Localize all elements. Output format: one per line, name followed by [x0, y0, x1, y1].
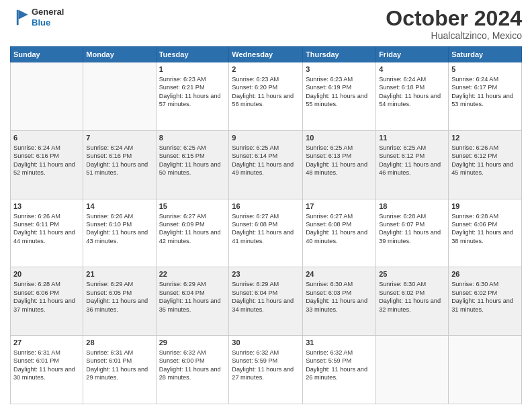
cell-daylight: Daylight: 11 hours and 37 minutes. [13, 298, 75, 312]
cell-daylight: Daylight: 11 hours and 48 minutes. [306, 161, 367, 176]
cell-sunrise: Sunrise: 6:32 AM [232, 349, 279, 356]
cell-daylight: Daylight: 11 hours and 34 minutes. [232, 298, 294, 312]
cell-sunrise: Sunrise: 6:26 AM [13, 213, 60, 220]
cell-day-number: 27 [13, 338, 80, 348]
cell-daylight: Daylight: 11 hours and 46 minutes. [379, 161, 441, 176]
cell-sunrise: Sunrise: 6:23 AM [232, 76, 279, 83]
calendar-cell: 4Sunrise: 6:24 AMSunset: 6:18 PMDaylight… [376, 62, 449, 131]
cell-day-number: 1 [159, 64, 226, 75]
calendar-cell [449, 336, 522, 404]
header-saturday: Saturday [449, 47, 522, 62]
cell-sunrise: Sunrise: 6:25 AM [159, 144, 206, 151]
cell-sunrise: Sunrise: 6:24 AM [86, 144, 133, 151]
cell-day-number: 3 [306, 64, 373, 75]
calendar-cell: 11Sunrise: 6:25 AMSunset: 6:12 PMDayligh… [376, 130, 449, 199]
cell-day-number: 23 [232, 269, 300, 279]
calendar-cell: 22Sunrise: 6:29 AMSunset: 6:04 PMDayligh… [156, 267, 229, 336]
cell-sunrise: Sunrise: 6:29 AM [159, 281, 206, 287]
cell-sunset: Sunset: 6:02 PM [451, 289, 497, 296]
page: General Blue October 2024 Hualcaltzinco,… [0, 0, 532, 411]
calendar-cell: 25Sunrise: 6:30 AMSunset: 6:02 PMDayligh… [376, 267, 449, 336]
logo-text: General Blue [32, 7, 64, 28]
calendar-cell [83, 62, 156, 131]
cell-daylight: Daylight: 11 hours and 42 minutes. [159, 229, 221, 244]
cell-day-number: 4 [379, 64, 445, 75]
cell-sunset: Sunset: 6:15 PM [159, 152, 205, 159]
cell-day-number: 22 [159, 269, 226, 279]
calendar-cell: 20Sunrise: 6:28 AMSunset: 6:06 PMDayligh… [11, 267, 83, 336]
cell-sunset: Sunset: 6:04 PM [232, 289, 277, 296]
title-block: October 2024 Hualcaltzinco, Mexico [386, 7, 522, 41]
cell-daylight: Daylight: 11 hours and 32 minutes. [379, 298, 441, 312]
cell-daylight: Daylight: 11 hours and 29 minutes. [86, 366, 148, 381]
week-row-4: 20Sunrise: 6:28 AMSunset: 6:06 PMDayligh… [11, 267, 522, 336]
cell-sunset: Sunset: 6:11 PM [13, 221, 59, 228]
calendar-cell: 28Sunrise: 6:31 AMSunset: 6:01 PMDayligh… [83, 336, 156, 404]
cell-daylight: Daylight: 11 hours and 55 minutes. [306, 93, 367, 107]
header-tuesday: Tuesday [156, 47, 229, 62]
calendar-cell: 17Sunrise: 6:27 AMSunset: 6:08 PMDayligh… [303, 199, 376, 267]
cell-sunrise: Sunrise: 6:27 AM [306, 213, 353, 220]
cell-day-number: 20 [13, 269, 80, 279]
calendar-cell: 19Sunrise: 6:28 AMSunset: 6:06 PMDayligh… [449, 199, 522, 267]
header: General Blue October 2024 Hualcaltzinco,… [10, 7, 522, 41]
cell-sunset: Sunset: 6:16 PM [13, 152, 59, 159]
calendar-cell: 21Sunrise: 6:29 AMSunset: 6:05 PMDayligh… [83, 267, 156, 336]
cell-sunset: Sunset: 6:16 PM [86, 152, 132, 159]
cell-daylight: Daylight: 11 hours and 41 minutes. [232, 229, 294, 244]
logo-blue-text: Blue [32, 17, 50, 28]
cell-day-number: 16 [232, 201, 300, 212]
cell-daylight: Daylight: 11 hours and 27 minutes. [232, 366, 294, 381]
calendar-cell [376, 336, 449, 404]
cell-day-number: 12 [451, 133, 519, 143]
calendar-cell: 16Sunrise: 6:27 AMSunset: 6:08 PMDayligh… [229, 199, 303, 267]
cell-sunrise: Sunrise: 6:25 AM [379, 144, 426, 151]
calendar-cell [11, 62, 83, 131]
calendar-cell: 27Sunrise: 6:31 AMSunset: 6:01 PMDayligh… [11, 336, 83, 404]
calendar-cell: 18Sunrise: 6:28 AMSunset: 6:07 PMDayligh… [376, 199, 449, 267]
calendar-cell: 2Sunrise: 6:23 AMSunset: 6:20 PMDaylight… [229, 62, 303, 131]
calendar-cell: 9Sunrise: 6:25 AMSunset: 6:14 PMDaylight… [229, 130, 303, 199]
cell-daylight: Daylight: 11 hours and 49 minutes. [232, 161, 294, 176]
cell-daylight: Daylight: 11 hours and 52 minutes. [13, 161, 75, 176]
cell-day-number: 11 [379, 133, 445, 143]
cell-day-number: 31 [306, 338, 373, 348]
calendar-cell: 10Sunrise: 6:25 AMSunset: 6:13 PMDayligh… [303, 130, 376, 199]
header-row: Sunday Monday Tuesday Wednesday Thursday… [11, 47, 522, 62]
calendar-cell: 7Sunrise: 6:24 AMSunset: 6:16 PMDaylight… [83, 130, 156, 199]
cell-day-number: 9 [232, 133, 300, 143]
cell-daylight: Daylight: 11 hours and 40 minutes. [306, 229, 367, 244]
cell-sunrise: Sunrise: 6:28 AM [379, 213, 426, 220]
cell-daylight: Daylight: 11 hours and 43 minutes. [86, 229, 148, 244]
cell-sunrise: Sunrise: 6:32 AM [159, 349, 206, 356]
cell-sunrise: Sunrise: 6:28 AM [451, 213, 498, 220]
week-row-3: 13Sunrise: 6:26 AMSunset: 6:11 PMDayligh… [11, 199, 522, 267]
cell-day-number: 17 [306, 201, 373, 212]
calendar-cell: 6Sunrise: 6:24 AMSunset: 6:16 PMDaylight… [11, 130, 83, 199]
cell-sunset: Sunset: 6:00 PM [159, 357, 205, 364]
calendar-cell: 26Sunrise: 6:30 AMSunset: 6:02 PMDayligh… [449, 267, 522, 336]
cell-sunset: Sunset: 6:05 PM [86, 289, 132, 296]
cell-day-number: 7 [86, 133, 152, 143]
calendar-cell: 13Sunrise: 6:26 AMSunset: 6:11 PMDayligh… [11, 199, 83, 267]
header-thursday: Thursday [303, 47, 376, 62]
cell-daylight: Daylight: 11 hours and 31 minutes. [451, 298, 513, 312]
cell-day-number: 19 [451, 201, 519, 212]
cell-daylight: Daylight: 11 hours and 30 minutes. [13, 366, 75, 381]
cell-sunrise: Sunrise: 6:30 AM [379, 281, 426, 287]
cell-day-number: 21 [86, 269, 152, 279]
calendar-cell: 31Sunrise: 6:32 AMSunset: 5:59 PMDayligh… [303, 336, 376, 404]
cell-sunset: Sunset: 6:08 PM [232, 221, 277, 228]
week-row-5: 27Sunrise: 6:31 AMSunset: 6:01 PMDayligh… [11, 336, 522, 404]
cell-daylight: Daylight: 11 hours and 26 minutes. [306, 366, 367, 381]
cell-sunset: Sunset: 6:20 PM [232, 84, 277, 91]
cell-sunrise: Sunrise: 6:27 AM [232, 213, 279, 220]
cell-day-number: 5 [451, 64, 519, 75]
header-sunday: Sunday [11, 47, 83, 62]
cell-daylight: Daylight: 11 hours and 50 minutes. [159, 161, 221, 176]
cell-daylight: Daylight: 11 hours and 33 minutes. [306, 298, 367, 312]
header-wednesday: Wednesday [229, 47, 303, 62]
cell-day-number: 18 [379, 201, 445, 212]
cell-daylight: Daylight: 11 hours and 44 minutes. [13, 229, 75, 244]
cell-day-number: 6 [13, 133, 80, 143]
